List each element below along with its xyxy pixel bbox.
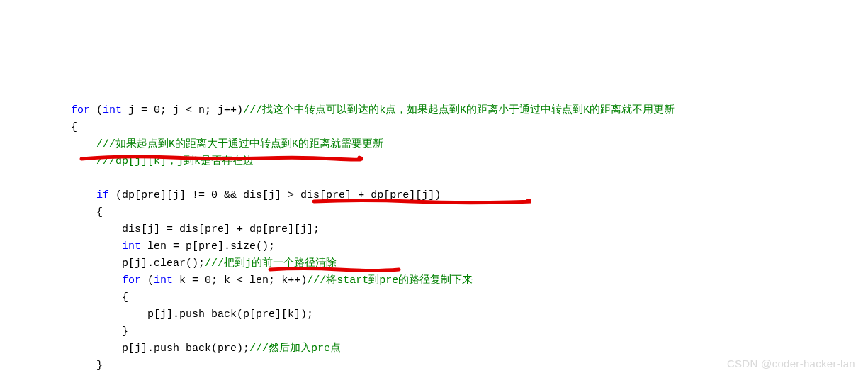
keyword-int: int xyxy=(154,274,173,287)
keyword-for: for xyxy=(71,104,96,116)
code-line: p[j].clear();///把到j的前一个路径清除 xyxy=(20,257,337,269)
comment: ///dp[j][k]，j到k是否存在边 xyxy=(96,155,254,167)
comment: ///将start到pre的路径复制下来 xyxy=(307,274,473,287)
code-line: dis[j] = dis[pre] + dp[pre][j]; xyxy=(20,223,320,235)
code-line: ///如果起点到K的距离大于通过中转点到K的距离就需要更新 xyxy=(20,138,383,150)
keyword-int: int xyxy=(103,104,122,116)
keyword-int: int xyxy=(122,240,141,252)
code-line: } xyxy=(20,326,128,338)
comment: ///找这个中转点可以到达的k点，如果起点到K的距离小于通过中转点到K的距离就不… xyxy=(243,104,675,116)
comment: ///然后加入pre点 xyxy=(249,343,341,355)
code-line: p[j].push_back(pre);///然后加入pre点 xyxy=(20,343,341,355)
code-line xyxy=(20,172,26,184)
keyword-if: if xyxy=(96,189,115,201)
code-line: for (int j = 0; j < n; j++)///找这个中转点可以到达… xyxy=(20,104,675,116)
code-line: { xyxy=(20,291,128,304)
code-block: for (int j = 0; j < n; j++)///找这个中转点可以到达… xyxy=(0,68,868,378)
comment: ///把到j的前一个路径清除 xyxy=(205,257,337,269)
code-line: { xyxy=(20,206,103,218)
comment: ///如果起点到K的距离大于通过中转点到K的距离就需要更新 xyxy=(96,138,383,150)
code-line: p[j].push_back(p[pre][k]); xyxy=(20,308,313,321)
code-line-partial xyxy=(20,87,71,99)
code-line: } xyxy=(20,360,103,372)
code-line: int len = p[pre].size(); xyxy=(20,240,275,252)
keyword-for: for xyxy=(122,274,147,287)
code-line: { xyxy=(20,121,77,133)
code-line: for (int k = 0; k < len; k++)///将start到p… xyxy=(20,274,473,287)
code-line: ///dp[j][k]，j到k是否存在边 xyxy=(20,155,254,167)
code-line: if (dp[pre][j] != 0 && dis[j] > dis[pre]… xyxy=(20,189,441,201)
watermark: CSDN @coder-hacker-lan xyxy=(727,355,855,372)
